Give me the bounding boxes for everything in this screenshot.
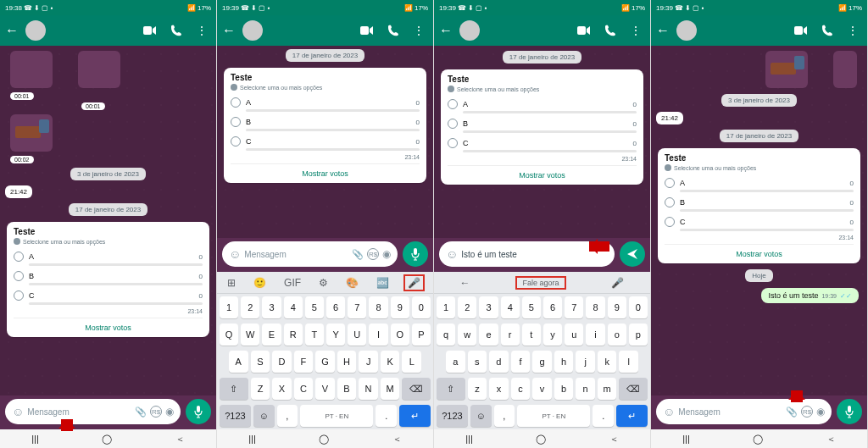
poll-option[interactable]: A0 (14, 248, 203, 265)
sticker[interactable] (833, 51, 857, 88)
enter-key[interactable]: ↵ (399, 405, 431, 427)
message-input[interactable]: ☺ Mensagem 📎 R$ ◉ (656, 399, 832, 424)
avatar[interactable] (242, 20, 263, 41)
key-v[interactable]: V (315, 378, 335, 400)
key-9[interactable]: 9 (391, 296, 409, 318)
key-a[interactable]: a (446, 351, 465, 373)
key-0[interactable]: 0 (412, 296, 431, 318)
emoji-icon[interactable]: ☺ (229, 247, 241, 261)
mic-button[interactable] (837, 399, 862, 424)
key-2[interactable]: 2 (241, 296, 259, 318)
poll-option[interactable]: C0 (231, 133, 420, 150)
key-y[interactable]: Y (326, 324, 345, 346)
comma-key[interactable]: , (494, 405, 515, 427)
nav-home[interactable]: ◯ (102, 434, 112, 445)
key-p[interactable]: P (412, 324, 431, 346)
show-votes-button[interactable]: Mostrar votos (231, 163, 420, 181)
poll-card[interactable]: Teste Selecione uma ou mais opções A0 B0… (658, 148, 860, 263)
payment-icon[interactable]: R$ (801, 406, 813, 418)
key-k[interactable]: k (598, 351, 617, 373)
emoji-icon[interactable]: ☺ (663, 405, 675, 418)
video-call-icon[interactable] (574, 25, 594, 36)
key-4[interactable]: 4 (284, 296, 303, 318)
key-0[interactable]: 0 (629, 296, 648, 318)
key-c[interactable]: c (511, 378, 531, 400)
nav-back[interactable]: ＜ (175, 433, 185, 445)
sticker[interactable] (10, 114, 53, 152)
key-f[interactable]: f (511, 351, 531, 373)
nav-back[interactable]: ＜ (392, 433, 402, 445)
symbols-key[interactable]: ?123 (437, 405, 468, 427)
back-icon[interactable]: ← (5, 23, 19, 38)
kb-mic-icon[interactable]: 🎤 (403, 274, 425, 291)
attach-icon[interactable]: 📎 (135, 407, 147, 418)
emoji-key[interactable]: ☺ (253, 405, 275, 427)
emoji-key[interactable]: ☺ (470, 405, 492, 427)
camera-icon[interactable]: ◉ (382, 248, 391, 260)
key-n[interactable]: N (359, 378, 378, 400)
back-icon[interactable]: ← (656, 23, 670, 38)
key-5[interactable]: 5 (522, 296, 541, 318)
voice-call-icon[interactable] (601, 25, 620, 36)
key-q[interactable]: q (437, 324, 455, 346)
key-o[interactable]: O (391, 324, 409, 346)
more-icon[interactable]: ⋮ (626, 24, 645, 37)
key-9[interactable]: 9 (608, 296, 626, 318)
mic-button[interactable] (403, 241, 428, 267)
key-6[interactable]: 6 (543, 296, 562, 318)
poll-option[interactable]: A0 (448, 96, 637, 113)
key-n[interactable]: n (576, 378, 595, 400)
key-f[interactable]: F (294, 351, 314, 373)
key-y[interactable]: y (543, 324, 562, 346)
back-icon[interactable]: ← (439, 23, 453, 38)
key-w[interactable]: W (241, 324, 259, 346)
key-4[interactable]: 4 (501, 296, 520, 318)
space-key[interactable]: PT · EN (300, 405, 373, 427)
key-d[interactable]: D (272, 351, 292, 373)
key-g[interactable]: G (315, 351, 335, 373)
payment-icon[interactable]: R$ (150, 406, 162, 418)
key-i[interactable]: i (586, 324, 604, 346)
voice-call-icon[interactable] (167, 25, 186, 36)
send-button[interactable] (620, 241, 645, 267)
nav-recent[interactable]: ||| (31, 434, 39, 444)
nav-home[interactable]: ◯ (753, 434, 763, 445)
video-call-icon[interactable] (357, 25, 377, 36)
poll-option[interactable]: C0 (448, 135, 637, 152)
key-m[interactable]: m (598, 378, 617, 400)
key-s[interactable]: S (251, 351, 270, 373)
key-3[interactable]: 3 (262, 296, 281, 318)
message-input[interactable]: ☺ Mensagem 📎 R$ ◉ (222, 241, 398, 267)
space-key[interactable]: PT · EN (517, 405, 590, 427)
nav-recent[interactable]: ||| (682, 434, 690, 444)
key-v[interactable]: v (532, 378, 552, 400)
key-e[interactable]: e (479, 324, 498, 346)
key-5[interactable]: 5 (305, 296, 324, 318)
key-j[interactable]: J (359, 351, 378, 373)
comma-key[interactable]: , (277, 405, 298, 427)
backspace-key[interactable]: ⌫ (619, 378, 648, 400)
camera-icon[interactable]: ◉ (165, 406, 174, 418)
kb-mic-icon[interactable]: 🎤 (609, 277, 626, 289)
emoji-icon[interactable]: ☺ (12, 405, 24, 418)
key-l[interactable]: l (619, 351, 638, 373)
poll-option[interactable]: A0 (231, 94, 420, 111)
period-key[interactable]: . (376, 405, 397, 427)
key-z[interactable]: z (468, 378, 487, 400)
message-in[interactable]: 21:42 (656, 112, 683, 124)
camera-icon[interactable]: ◉ (816, 406, 825, 418)
avatar[interactable] (459, 20, 480, 41)
key-6[interactable]: 6 (326, 296, 345, 318)
key-x[interactable]: X (272, 378, 292, 400)
key-l[interactable]: L (402, 351, 421, 373)
key-c[interactable]: C (294, 378, 314, 400)
nav-recent[interactable]: ||| (465, 434, 473, 444)
poll-option[interactable]: C0 (14, 287, 203, 304)
voice-call-icon[interactable] (384, 25, 403, 36)
key-8[interactable]: 8 (369, 296, 387, 318)
avatar[interactable] (25, 20, 46, 41)
key-q[interactable]: Q (220, 324, 238, 346)
nav-home[interactable]: ◯ (319, 434, 329, 445)
shift-key[interactable]: ⇧ (220, 378, 248, 400)
key-t[interactable]: T (305, 324, 324, 346)
